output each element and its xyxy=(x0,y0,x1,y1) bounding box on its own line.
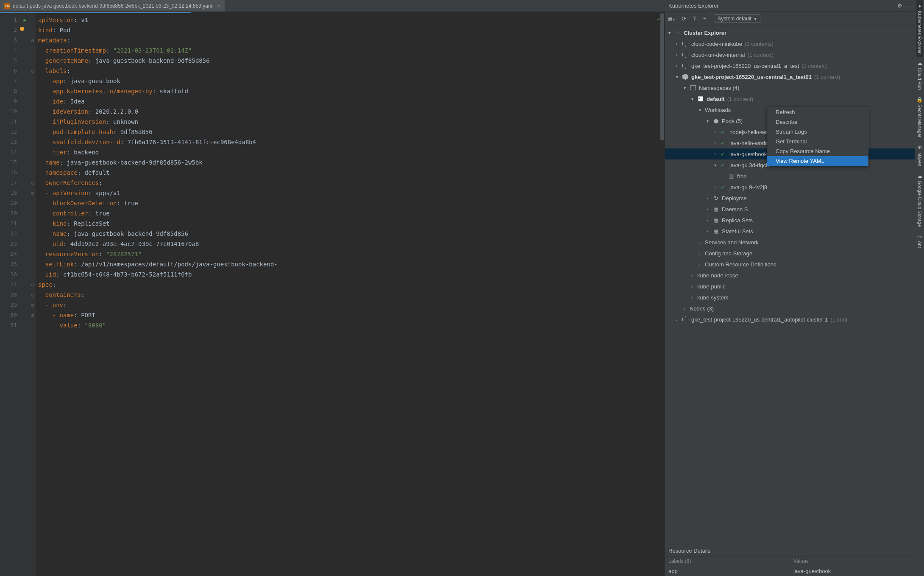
code-line[interactable]: blockOwnerDeletion: true xyxy=(38,198,665,208)
fold-icon[interactable] xyxy=(30,147,36,157)
tool-window-button[interactable]: ✦Kubernetes Explorer xyxy=(916,0,923,57)
fold-icon[interactable]: ⊟ xyxy=(30,280,36,290)
run-gutter-icon[interactable] xyxy=(20,137,30,147)
tree-arrow-icon[interactable]: ▾ xyxy=(668,31,674,35)
run-gutter-icon[interactable] xyxy=(20,300,30,310)
tree-arrow-icon[interactable]: › xyxy=(707,207,712,212)
run-gutter-icon[interactable] xyxy=(20,269,30,280)
warning-gutter-icon[interactable] xyxy=(20,27,24,31)
fold-icon[interactable] xyxy=(30,249,36,259)
code-line[interactable]: ideVersion: 2020.2.2.0.0 xyxy=(38,106,665,117)
fold-icon[interactable]: ⊟ xyxy=(30,300,36,310)
tool-window-button[interactable]: mMaven xyxy=(916,141,923,170)
run-gutter-icon[interactable]: ▶ xyxy=(20,15,30,25)
fold-icon[interactable] xyxy=(30,45,36,56)
tree-arrow-icon[interactable]: › xyxy=(714,185,720,190)
fold-icon[interactable] xyxy=(30,86,36,96)
code-line[interactable]: - apiVersion: apps/v1 xyxy=(38,188,665,198)
tool-window-button[interactable]: 🔒Secret Manager xyxy=(916,93,924,141)
run-gutter-icon[interactable] xyxy=(20,249,30,259)
run-gutter-icon[interactable] xyxy=(20,198,30,208)
code-line[interactable]: - name: PORT xyxy=(38,310,665,320)
tree-arrow-icon[interactable]: › xyxy=(714,130,720,134)
minimize-icon[interactable]: — xyxy=(906,3,911,9)
run-gutter-icon[interactable] xyxy=(20,147,30,157)
cluster-node[interactable]: ›gke_test-project-165220_us-central1_aut… xyxy=(665,314,915,325)
fold-icon[interactable] xyxy=(30,127,36,137)
tree-arrow-icon[interactable]: ▾ xyxy=(684,86,690,90)
code-line[interactable]: ownerReferences: xyxy=(38,178,665,188)
tree-arrow-icon[interactable]: › xyxy=(691,284,697,289)
run-gutter-icon[interactable] xyxy=(20,229,30,239)
fold-icon[interactable] xyxy=(30,208,36,218)
code-line[interactable]: app.kubernetes.io/managed-by: skaffold xyxy=(38,86,665,96)
section-node[interactable]: ›Services and Network xyxy=(665,237,915,248)
deployments-node[interactable]: ›↻Deployme xyxy=(665,193,915,204)
tree-arrow-icon[interactable]: › xyxy=(699,251,705,256)
tree-arrow-icon[interactable]: › xyxy=(714,141,720,145)
code-line[interactable]: pod-template-hash: 9df85d856 xyxy=(38,127,665,137)
context-menu-item[interactable]: Stream Logs xyxy=(767,127,868,137)
code-line[interactable]: selfLink: /api/v1/namespaces/default/pod… xyxy=(38,259,665,269)
code-line[interactable]: kind: Pod xyxy=(38,25,665,35)
namespace-node[interactable]: ›kube-system xyxy=(665,292,915,303)
pod-node[interactable]: ›✓java-gu 9-4v2j8 xyxy=(665,182,915,193)
daemonsets-node[interactable]: ›▦Daemon S xyxy=(665,204,915,215)
run-gutter-icon[interactable] xyxy=(20,290,30,300)
code-area[interactable]: apiVersion: v1kind: Podmetadata: creatio… xyxy=(36,13,665,576)
run-gutter-icon[interactable] xyxy=(20,127,30,137)
values-column-header[interactable]: Values xyxy=(790,556,915,566)
run-gutter-icon[interactable] xyxy=(20,218,30,229)
refresh-icon[interactable]: ⟳ xyxy=(682,15,687,22)
namespace-node[interactable]: ›kube-public xyxy=(665,281,915,292)
code-line[interactable]: - env: xyxy=(38,300,665,310)
fold-icon[interactable] xyxy=(30,218,36,229)
labels-column-header[interactable]: Labels (8) xyxy=(665,556,790,566)
code-line[interactable]: controller: true xyxy=(38,208,665,218)
add-icon[interactable]: ＋ xyxy=(702,15,708,22)
run-gutter-icon[interactable] xyxy=(20,96,30,106)
code-line[interactable]: resourceVersion: "28782571" xyxy=(38,249,665,259)
code-line[interactable]: apiVersion: v1 xyxy=(38,15,665,25)
tree-arrow-icon[interactable]: ▾ xyxy=(676,75,682,79)
code-line[interactable]: name: java-guestbook-backend-9df85d856 xyxy=(38,229,665,239)
run-gutter-icon[interactable] xyxy=(20,320,30,330)
code-line[interactable]: skaffold.dev/run-id: 7fb6a176-3513-4141-… xyxy=(38,137,665,147)
code-line[interactable]: value: "8080" xyxy=(38,320,665,330)
fold-icon[interactable] xyxy=(30,320,36,330)
tree-arrow-icon[interactable]: ▾ xyxy=(699,108,705,112)
fold-icon[interactable] xyxy=(30,25,36,35)
code-line[interactable]: labels: xyxy=(38,66,665,76)
tree-arrow-icon[interactable]: › xyxy=(676,64,682,68)
context-menu-item[interactable]: Get Terminal xyxy=(767,137,868,146)
tool-window-button[interactable]: ☁Google Cloud Storage xyxy=(916,170,923,230)
cluster-node[interactable]: ›cloud-code-minikube(3 contexts) xyxy=(665,38,915,49)
tree-arrow-icon[interactable]: ▾ xyxy=(691,97,697,101)
fold-icon[interactable]: ⊟ xyxy=(30,35,36,45)
fold-icon[interactable] xyxy=(30,259,36,269)
run-gutter-icon[interactable] xyxy=(20,45,30,56)
context-dropdown[interactable]: System default ▾ xyxy=(714,14,760,23)
code-line[interactable]: tier: backend xyxy=(38,147,665,157)
tree-arrow-icon[interactable]: ▾ xyxy=(707,119,712,123)
code-line[interactable]: name: java-guestbook-backend-9df85d856-2… xyxy=(38,157,665,168)
fold-icon[interactable] xyxy=(30,106,36,117)
container-node[interactable]: ▥fron xyxy=(665,171,915,182)
context-menu-item[interactable]: Refresh xyxy=(767,107,868,117)
fold-icon[interactable]: ⊟ xyxy=(30,188,36,198)
run-gutter-icon[interactable] xyxy=(20,106,30,117)
tree-arrow-icon[interactable]: › xyxy=(707,218,712,223)
code-line[interactable]: ijPluginVersion: unknown xyxy=(38,117,665,127)
context-menu-item[interactable]: View Remote YAML xyxy=(767,156,868,166)
tree-arrow-icon[interactable]: › xyxy=(714,152,720,157)
run-gutter-icon[interactable] xyxy=(20,280,30,290)
run-gutter-icon[interactable] xyxy=(20,66,30,76)
scrollbar[interactable] xyxy=(660,13,664,140)
nodes-node[interactable]: ›Nodes (3) xyxy=(665,303,915,314)
namespace-node[interactable]: ›kube-node-lease xyxy=(665,270,915,281)
fold-icon[interactable] xyxy=(30,229,36,239)
section-node[interactable]: ›Config and Storage xyxy=(665,248,915,259)
tool-window-button[interactable]: ☁Cloud Run xyxy=(916,57,923,93)
section-node[interactable]: ›Custom Resource Definitions xyxy=(665,259,915,270)
fold-icon[interactable] xyxy=(30,198,36,208)
